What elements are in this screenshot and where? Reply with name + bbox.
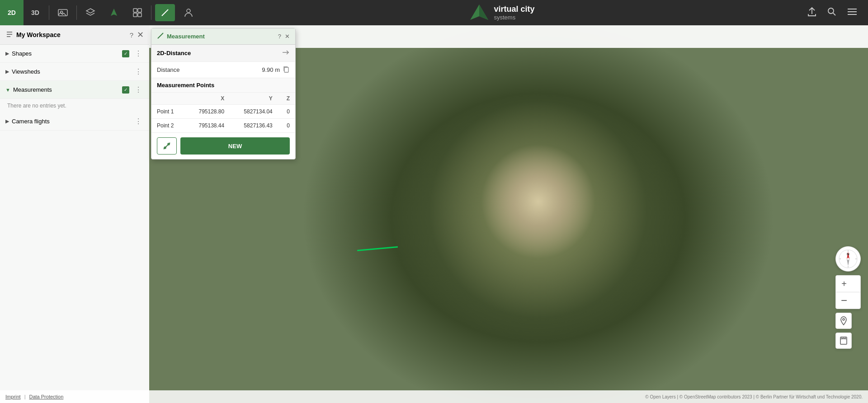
copy-distance-button[interactable] (283, 66, 290, 74)
logo-text: virtual city systems (494, 5, 534, 21)
panel-header-actions: ? ✕ (278, 33, 290, 40)
measurement-active-button[interactable] (155, 4, 175, 21)
sidebar-item-shapes[interactable]: ▶ Shapes ✓ ⋮ (0, 45, 149, 63)
sidebar-header-actions: ? ✕ (130, 30, 144, 40)
top-toolbar: 2D 3D (0, 0, 868, 25)
image-tool-button[interactable] (51, 0, 75, 25)
svg-rect-3 (138, 9, 142, 12)
menu-button[interactable] (844, 6, 861, 19)
measurements-checkbox[interactable]: ✓ (122, 86, 129, 94)
measurement-panel-title: Measurement (167, 33, 275, 40)
left-sidebar: My Workspace ? ✕ ▶ Shapes ✓ ⋮ ▶ Viewshed… (0, 25, 149, 403)
point1-name: Point 1 (151, 105, 185, 119)
bottom-bar: Imprint | Data Protection © Open Layers … (0, 390, 868, 403)
empty-note: There are no entries yet. (0, 99, 149, 112)
sidebar-close-button[interactable]: ✕ (137, 30, 144, 40)
viewsheds-expand-arrow: ▶ (5, 69, 9, 75)
sidebar-item-measurements[interactable]: ▼ Measurements ✓ ⋮ (0, 81, 149, 99)
point1-y: 5827134.04 (230, 105, 278, 119)
bottom-separator: | (24, 394, 26, 399)
viewsheds-actions: ⋮ (133, 66, 144, 77)
point1-z: 0 (278, 105, 295, 119)
measurement-header-icon (157, 32, 164, 41)
panel-help-button[interactable]: ? (278, 33, 281, 40)
camera-actions: ⋮ (133, 116, 144, 127)
viewsheds-menu[interactable]: ⋮ (133, 66, 144, 77)
point2-z: 0 (278, 119, 295, 133)
point2-y: 5827136.43 (230, 119, 278, 133)
logo: virtual city systems (469, 3, 534, 23)
zoom-in-button[interactable]: + (836, 276, 852, 292)
zoom-controls: + − (835, 275, 861, 309)
col-y-header: Y (230, 93, 278, 105)
new-measurement-button[interactable]: NEW (180, 137, 290, 155)
point2-name: Point 2 (151, 119, 185, 133)
measurement-panel: Measurement ? ✕ 2D-Distance Distance 9.9… (151, 28, 296, 159)
person-button[interactable] (177, 0, 200, 25)
measurements-actions: ✓ ⋮ (122, 84, 144, 95)
svg-marker-8 (479, 5, 488, 20)
compass[interactable]: N (835, 246, 861, 272)
point2-x: 795138.44 (185, 119, 230, 133)
measurements-menu[interactable]: ⋮ (133, 84, 144, 95)
separator-1 (49, 5, 49, 20)
measurements-expand-arrow: ▼ (5, 87, 10, 93)
points-table: X Y Z Point 1 795128.80 5827134.04 0 Poi… (151, 93, 295, 133)
zoom-out-button[interactable]: − (836, 292, 852, 309)
table-row: Point 1 795128.80 5827134.04 0 (151, 105, 295, 119)
camera-menu[interactable]: ⋮ (133, 116, 144, 127)
shapes-checkbox[interactable]: ✓ (122, 50, 129, 57)
col-x-header: X (185, 93, 230, 105)
grid-button[interactable] (126, 0, 149, 25)
panel-footer: NEW (151, 133, 295, 159)
svg-text:N: N (847, 252, 849, 256)
toolbar-right (804, 5, 868, 21)
workspace-icon (5, 30, 14, 40)
imprint-link[interactable]: Imprint (5, 394, 21, 399)
workspace-title: My Workspace (5, 30, 130, 40)
separator-2 (76, 5, 77, 20)
2d-button[interactable]: 2D (0, 0, 24, 25)
point1-x: 795128.80 (185, 105, 230, 119)
col-name-header (151, 93, 185, 105)
measurements-label: Measurements (13, 86, 122, 93)
svg-point-28 (843, 319, 844, 320)
camera-expand-arrow: ▶ (5, 118, 9, 124)
distance-label: Distance (157, 66, 262, 73)
measurement-points-header: Measurement Points (151, 78, 295, 93)
svg-rect-4 (133, 13, 137, 17)
panel-close-button[interactable]: ✕ (285, 33, 290, 40)
location-button[interactable] (835, 313, 852, 329)
measurement-type-header: 2D-Distance (151, 45, 295, 62)
measurement-type-label: 2D-Distance (157, 50, 191, 56)
sidebar-help-button[interactable]: ? (130, 31, 133, 39)
measurement-type-icon (282, 48, 290, 58)
3d-button[interactable]: 3D (24, 0, 47, 25)
distance-row: Distance 9.90 m (151, 62, 295, 78)
sidebar-item-camera-flights[interactable]: ▶ Camera flights ⋮ (0, 112, 149, 131)
shapes-menu[interactable]: ⋮ (133, 48, 144, 59)
logo-area: virtual city systems (200, 3, 804, 23)
share-button[interactable] (804, 5, 820, 21)
svg-rect-17 (284, 67, 288, 72)
search-button[interactable] (824, 5, 840, 20)
layers-button[interactable] (79, 0, 102, 25)
camera-flights-label: Camera flights (12, 118, 133, 125)
shapes-expand-arrow: ▶ (5, 51, 9, 56)
navigation-button[interactable] (102, 0, 126, 25)
measurement-tool-button[interactable] (157, 137, 177, 155)
viewsheds-label: Viewsheds (12, 68, 133, 75)
svg-rect-5 (138, 13, 142, 17)
svg-point-9 (828, 8, 834, 14)
shapes-actions: ✓ ⋮ (122, 48, 144, 59)
logo-icon (469, 3, 489, 23)
table-row: Point 2 795138.44 5827136.43 0 (151, 119, 295, 133)
sidebar-header: My Workspace ? ✕ (0, 25, 149, 45)
measurement-panel-header: Measurement ? ✕ (151, 28, 295, 45)
distance-value: 9.90 m (262, 66, 280, 73)
copyright-text: © Open Layers | © OpenStreetMap contribu… (645, 394, 863, 399)
data-protection-link[interactable]: Data Protection (29, 394, 63, 399)
bookmark-button[interactable] (835, 333, 852, 349)
sidebar-item-viewsheds[interactable]: ▶ Viewsheds ⋮ (0, 63, 149, 81)
view-mode-group: 2D 3D (0, 0, 47, 25)
